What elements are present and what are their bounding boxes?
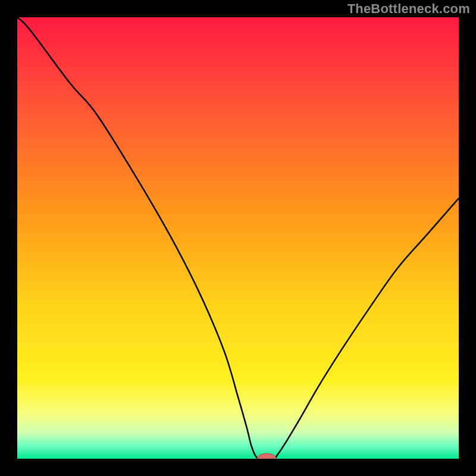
bottleneck-plot: [17, 17, 459, 459]
chart-frame: TheBottleneck.com: [0, 0, 476, 476]
chart-svg: [17, 17, 459, 459]
gradient-background: [17, 17, 459, 459]
watermark-text: TheBottleneck.com: [347, 1, 470, 17]
